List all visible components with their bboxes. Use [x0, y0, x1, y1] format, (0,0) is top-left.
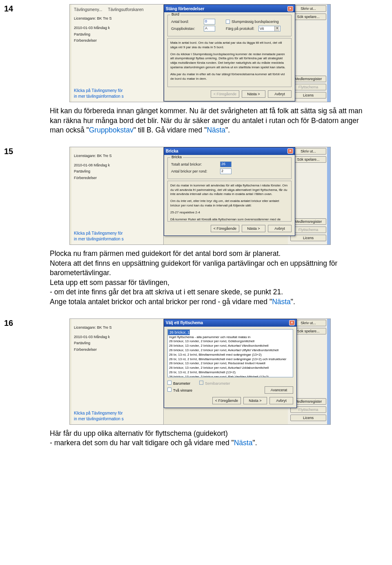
- titlebar: Välj ett flyttschema ×: [164, 319, 296, 327]
- bord-fieldset: Bord Antal bord: 0 Slumpmässig bordsplac…: [167, 15, 292, 36]
- screenshot-14: Tävlingsmeny...Tävlingsutforskaren Licen…: [69, 4, 331, 102]
- date-label: 2010-01-03 Måndag k: [74, 25, 161, 31]
- dialog-stang-forberedelser: Stäng förberedelser × Bord Antal bord: 0…: [164, 4, 295, 101]
- list-item[interactable]: 26 br, 13 rd, 2 br/rd, Blindtarmsmitchel…: [168, 357, 293, 362]
- titlebar: Bricka ×: [164, 148, 295, 155]
- cancel-button[interactable]: Avbryt: [268, 90, 292, 98]
- slump-checkbox[interactable]: [226, 20, 230, 24]
- titlebar: Stäng förberedelser ×: [164, 5, 295, 12]
- per-rond-input[interactable]: 2: [220, 168, 232, 174]
- list-item[interactable]: 26 brickor, 13 ronder, 2 brickor per ron…: [168, 348, 293, 353]
- list-item[interactable]: 26 brickor, 13 ronder, 2 brickor per ron…: [168, 339, 293, 344]
- medlemsregister-button[interactable]: Medlemsregister: [290, 218, 326, 225]
- bg-left-panel: Tävlingsmeny...Tävlingsutforskaren Licen…: [71, 4, 164, 102]
- bg-tip: Klicka på Tävlingsmeny förin mer tävling…: [74, 88, 162, 99]
- per-rond-label: Antal brickor per rond:: [171, 169, 220, 173]
- next-button[interactable]: Nästa >: [243, 397, 267, 404]
- step-number-15: 15: [4, 147, 24, 156]
- total-brickor-input[interactable]: 26: [220, 161, 232, 167]
- info-box: Mata in antal bord. Om du har udda antal…: [167, 38, 292, 87]
- next-button[interactable]: Nästa >: [242, 90, 265, 98]
- skriv-ut-button[interactable]: Skriv ut...: [290, 5, 326, 12]
- list-item[interactable]: 26 brickor, 13 ronder, 2 brickor per ron…: [168, 366, 293, 370]
- prev-button: < Föregående: [211, 90, 239, 98]
- close-icon[interactable]: ×: [287, 6, 293, 11]
- list-item[interactable]: 26 br, 13 rd, 2 br/rd, Blindtarmsmitchel…: [168, 353, 293, 357]
- tva-vinnare-checkbox[interactable]: [167, 388, 172, 392]
- prev-button[interactable]: < Föregående: [212, 397, 241, 404]
- cancel-button[interactable]: Avbryt: [270, 397, 293, 404]
- semibarometer-checkbox: [199, 381, 203, 385]
- step-number-14: 14: [4, 4, 24, 13]
- barometer-checkbox[interactable]: [167, 381, 172, 385]
- chevron-down-icon: ▾: [274, 26, 279, 31]
- info-box: Det du matar in kommer att användas för …: [167, 181, 292, 222]
- list-item[interactable]: 26 brickor, 13 ronder, 2 brickor per ron…: [168, 330, 190, 335]
- flyttschema-button: Flyttschema: [290, 226, 326, 233]
- total-brickor-label: Totalt antal brickor:: [171, 162, 220, 166]
- list-item[interactable]: 26 br, 13 rd, 2 br/rd, Blindtarmsmitchel…: [168, 370, 293, 375]
- gruppbokstav-label: Gruppbokstav:: [171, 27, 204, 31]
- bg-left-panel: Licenstagare: BK Tre S 2010-01-03 Måndag…: [71, 319, 164, 425]
- licens-button[interactable]: Licens: [290, 92, 326, 99]
- close-icon[interactable]: ×: [289, 320, 295, 325]
- screenshot-16: Licenstagare: BK Tre S 2010-01-03 Måndag…: [69, 318, 331, 425]
- list-item[interactable]: 26 brickor, 13 ronder, 2 brickor per ron…: [168, 361, 293, 366]
- medlemsregister-button[interactable]: Medlemsregister: [290, 76, 326, 82]
- licensee-label: Licenstagare: BK Tre S: [74, 16, 161, 22]
- bg-left-panel: Licenstagare: BK Tre S 2010-01-08 Måndag…: [71, 147, 164, 245]
- step15-text: Plocka nu fram pärmen med guidekort för …: [50, 249, 372, 307]
- gruppbokstav-input[interactable]: A: [204, 26, 215, 31]
- licens-button[interactable]: Licens: [290, 415, 326, 421]
- slump-label: Slumpmässig bordsplacering: [232, 20, 279, 24]
- dialog-valj-flyttschema: Välj ett flyttschema × 26 brickor, 13 ro…: [164, 319, 297, 408]
- list-item[interactable]: Inget flyttschema - alla parnummer och r…: [168, 335, 293, 340]
- next-button[interactable]: Nästa >: [242, 225, 265, 232]
- step-number-16: 16: [4, 318, 24, 328]
- flyttschema-button: Flyttschema: [290, 84, 326, 90]
- bricka-fieldset: Bricka Totalt antal brickor: 26 Antal br…: [167, 157, 292, 179]
- list-item[interactable]: 26 brickor, 13 ronder, 2 brickor per ron…: [168, 375, 293, 377]
- antal-bord-label: Antal bord:: [171, 20, 204, 24]
- list-item[interactable]: 26 brickor, 13 ronder, 2 brickor per ron…: [168, 344, 293, 348]
- licens-button[interactable]: Licens: [290, 235, 326, 241]
- farg-label: Färg på protokoll:: [226, 27, 258, 31]
- screenshot-15: Licenstagare: BK Tre S 2010-01-08 Måndag…: [69, 147, 331, 245]
- close-icon[interactable]: ×: [287, 148, 293, 154]
- farg-select[interactable]: Vit▾: [258, 26, 281, 31]
- skriv-ut-button[interactable]: Skriv ut...: [290, 148, 326, 155]
- sok-spelare-button[interactable]: Sök spelare...: [290, 13, 326, 20]
- flyttschema-list[interactable]: 26 brickor, 13 ronder, 2 brickor per ron…: [167, 329, 293, 377]
- avancerat-button[interactable]: Avancerat: [265, 386, 293, 394]
- step14-text: Hit kan du förbereda innan gänget kommer…: [50, 106, 372, 135]
- sok-spelare-button[interactable]: Sök spelare...: [290, 156, 326, 163]
- antal-bord-input[interactable]: 0: [204, 19, 215, 25]
- prev-button[interactable]: < Föregående: [211, 225, 239, 232]
- step16-text: Här får du upp olika alternativ för flyt…: [50, 429, 372, 448]
- dialog-bricka: Bricka × Bricka Totalt antal brickor: 26…: [164, 147, 295, 236]
- cancel-button[interactable]: Avbryt: [268, 225, 292, 232]
